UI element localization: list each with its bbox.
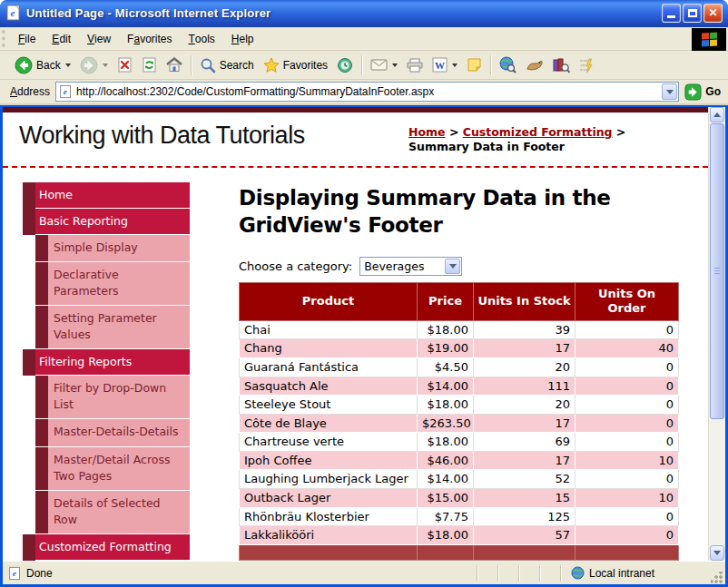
home-icon	[166, 57, 182, 73]
maximize-button[interactable]	[683, 4, 702, 23]
word-icon: W	[432, 57, 448, 73]
menubar-grip[interactable]	[2, 30, 8, 47]
sidebar-item-label: Declarative Parameters	[48, 262, 190, 305]
nav-strip	[35, 235, 48, 261]
breadcrumb-separator: >	[613, 125, 626, 139]
home-button[interactable]	[162, 55, 187, 74]
table-row: Chai$18.00390	[240, 320, 679, 339]
units-in-stock-cell: 20	[474, 357, 576, 377]
nav-strip	[23, 349, 35, 375]
nav-strip	[35, 447, 48, 490]
product-cell: Outback Lager	[240, 489, 418, 508]
sidebar-item-customized-formatting[interactable]: Customized Formatting	[23, 534, 190, 560]
sidebar-item-setting-parameter-values[interactable]: Setting Parameter Values	[23, 306, 190, 348]
sidebar-item-filtering-reports[interactable]: Filtering Reports	[23, 349, 190, 375]
globe-magnifier-icon	[499, 56, 516, 73]
category-select[interactable]: Beverages	[359, 257, 462, 276]
messenger-button[interactable]: 010110100101	[575, 55, 600, 75]
print-button[interactable]	[402, 56, 428, 74]
forward-icon	[80, 56, 98, 74]
price-cell: $14.00	[418, 377, 474, 396]
price-cell: $4.50	[418, 357, 474, 377]
units-in-stock-cell: 57	[474, 526, 576, 545]
product-cell: Steeleye Stout	[240, 396, 418, 415]
minimize-button[interactable]	[662, 4, 681, 23]
sidebar-item-label: Home	[35, 182, 190, 208]
stop-button[interactable]	[113, 55, 137, 74]
units-in-stock-cell: 20	[474, 396, 576, 415]
menu-item-favorites[interactable]: Favorites	[119, 27, 180, 50]
sidebar-item-master-details-details[interactable]: Master-Details-Details	[23, 419, 190, 445]
scroll-up-button[interactable]	[710, 107, 724, 122]
discuss-button[interactable]	[462, 55, 487, 74]
forward-dropdown-icon[interactable]	[103, 64, 108, 67]
menu-item-edit[interactable]: Edit	[44, 27, 79, 50]
address-dropdown-icon[interactable]	[662, 83, 677, 100]
price-cell: $15.00	[418, 489, 474, 508]
units-in-stock-cell: 17	[474, 414, 576, 433]
sidebar-item-home[interactable]: Home	[23, 182, 190, 208]
refresh-icon	[142, 57, 157, 73]
address-input[interactable]: e http://localhost:2302/Code/CustomForma…	[55, 82, 679, 102]
edit-dropdown-icon[interactable]	[452, 64, 457, 67]
status-text: Done	[26, 567, 53, 580]
sidebar-item-simple-display[interactable]: Simple Display	[23, 235, 190, 261]
table-footer-row	[240, 544, 679, 560]
nav-strip	[35, 306, 48, 348]
sidebar-item-declarative-parameters[interactable]: Declarative Parameters	[23, 262, 190, 305]
sidebar-item-filter-by-drop-down-list[interactable]: Filter by Drop-Down List	[23, 376, 190, 418]
sidebar-item-details-of-selected-row[interactable]: Details of Selected Row	[23, 491, 190, 533]
units-in-stock-cell: 125	[474, 507, 576, 526]
breadcrumb-link[interactable]: Home	[408, 125, 446, 139]
table-row: Chang$19.001740	[240, 339, 679, 358]
edit-with-word-button[interactable]: W	[428, 55, 462, 74]
scrollbar-thumb[interactable]	[710, 123, 724, 419]
scroll-down-button[interactable]	[710, 545, 724, 561]
category-selected-value: Beverages	[364, 259, 424, 273]
price-cell: $18.00	[418, 526, 474, 545]
nav-strip	[35, 419, 48, 445]
mail-button[interactable]	[366, 56, 402, 73]
sidebar-item-label: Details of Selected Row	[48, 491, 190, 533]
sidebar-item-label: Customized Formatting	[35, 534, 190, 560]
menu-item-view[interactable]: View	[79, 27, 119, 50]
units-on-order-cell: 0	[576, 507, 679, 526]
table-row: Sasquatch Ale$14.001110	[240, 377, 679, 396]
sidebar-item-label: Simple Display	[48, 235, 190, 261]
standard-toolbar: Back	[0, 51, 728, 80]
site-header: Working with Data Tutorials Home > Custo…	[3, 113, 708, 159]
menu-item-file[interactable]: File	[10, 27, 44, 50]
search-button[interactable]: Search	[195, 55, 259, 75]
search-companion-button[interactable]	[521, 56, 548, 74]
mail-dropdown-icon[interactable]	[392, 64, 398, 67]
sidebar-item-label: Filter by Drop-Down List	[48, 376, 190, 418]
resize-grip[interactable]	[711, 572, 723, 584]
status-bar: e Done Local intranet	[3, 561, 725, 584]
sidebar-item-basic-reporting[interactable]: Basic Reporting	[23, 209, 190, 234]
print-icon	[407, 58, 423, 73]
svg-text:W: W	[435, 60, 445, 71]
refresh-button[interactable]	[137, 55, 162, 74]
footer-cell	[576, 544, 679, 560]
research-button[interactable]	[548, 55, 575, 75]
table-row: Côte de Blaye$263.50170	[240, 414, 679, 433]
breadcrumb-link[interactable]: Customized Formatting	[463, 125, 613, 139]
close-button[interactable]: ✕	[703, 4, 723, 23]
main-content: Displaying Summary Data in the GridView'…	[239, 182, 680, 562]
menu-item-help[interactable]: Help	[223, 27, 262, 50]
menu-item-tools[interactable]: Tools	[180, 27, 222, 50]
window-title: Untitled Page - Microsoft Internet Explo…	[26, 6, 662, 20]
breadcrumb: Home > Customized Formatting > Summary D…	[408, 125, 681, 155]
history-button[interactable]	[332, 55, 358, 75]
globe-search-button[interactable]	[495, 54, 521, 75]
favorites-button[interactable]: Favorites	[259, 55, 332, 75]
toolbar-separator	[490, 55, 491, 75]
forward-button[interactable]	[75, 54, 113, 76]
sidebar-nav: HomeBasic ReportingSimple DisplayDeclara…	[23, 182, 190, 562]
back-dropdown-icon[interactable]	[65, 64, 71, 67]
sidebar-item-master-detail-across-two-pages[interactable]: Master/Detail Across Two Pages	[23, 447, 190, 490]
go-button[interactable]: Go	[679, 80, 728, 103]
back-button[interactable]: Back	[10, 54, 75, 76]
vertical-scrollbar[interactable]	[708, 107, 725, 561]
search-companion-dog-icon	[526, 58, 544, 73]
